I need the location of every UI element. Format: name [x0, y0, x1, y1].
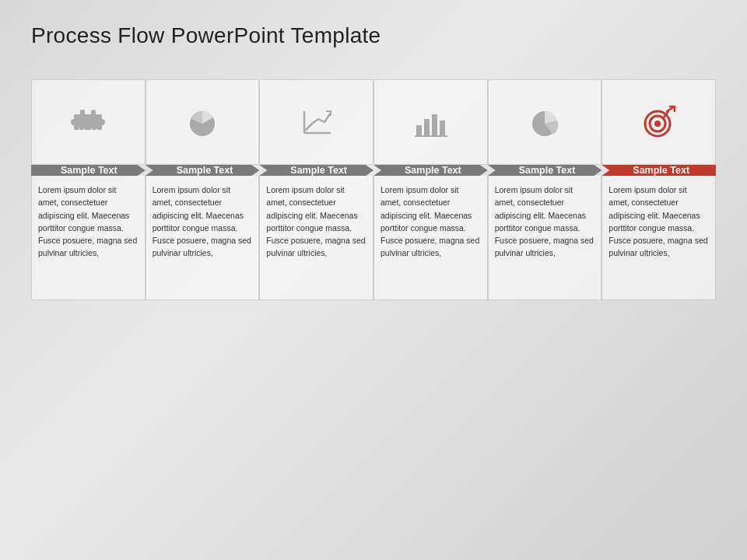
step-5-desc: Lorem ipsum dolor sit amet, consectetuer…	[488, 176, 602, 300]
step-4-label: Sample Text	[374, 165, 488, 176]
svg-rect-4	[424, 119, 430, 136]
step-3: Sample Text Lorem ipsum dolor sit amet, …	[259, 79, 374, 300]
svg-rect-3	[416, 125, 422, 136]
step-5: Sample Text Lorem ipsum dolor sit amet, …	[488, 79, 602, 300]
svg-rect-5	[432, 114, 437, 136]
step-6-card	[601, 79, 716, 165]
step-2-card	[146, 79, 260, 165]
flow-container: Sample Text Lorem ipsum dolor sit amet, …	[31, 79, 716, 300]
bar-chart-icon	[412, 99, 449, 145]
slide-title: Process Flow PowerPoint Template	[31, 23, 716, 48]
svg-rect-6	[440, 121, 445, 136]
step-1-label: Sample Text	[31, 165, 146, 176]
step-3-label: Sample Text	[259, 165, 374, 176]
step-6: Sample Text Lorem ipsum dolor sit amet, …	[601, 79, 716, 300]
target-icon	[640, 99, 678, 145]
step-3-desc: Lorem ipsum dolor sit amet, consectetuer…	[259, 176, 374, 300]
step-6-desc: Lorem ipsum dolor sit amet, consectetuer…	[601, 176, 716, 300]
slide: Process Flow PowerPoint Template Sample …	[0, 0, 747, 560]
step-5-card	[488, 79, 602, 165]
step-4-card	[374, 79, 488, 165]
pie-chart-2-icon	[526, 99, 563, 145]
step-1: Sample Text Lorem ipsum dolor sit amet, …	[31, 79, 146, 300]
step-6-label: Sample Text	[601, 165, 716, 176]
step-3-card	[259, 79, 374, 165]
step-2-desc: Lorem ipsum dolor sit amet, consectetuer…	[146, 176, 260, 300]
step-1-desc: Lorem ipsum dolor sit amet, consectetuer…	[31, 176, 146, 300]
step-4: Sample Text Lorem ipsum dolor sit amet, …	[374, 79, 488, 300]
step-4-desc: Lorem ipsum dolor sit amet, consectetuer…	[374, 176, 488, 300]
step-5-label: Sample Text	[488, 165, 602, 176]
step-1-card	[31, 79, 146, 165]
svg-point-11	[654, 121, 661, 127]
line-chart-icon	[298, 99, 335, 145]
puzzle-icon	[69, 99, 107, 145]
step-2: Sample Text Lorem ipsum dolor sit amet, …	[146, 79, 260, 300]
step-2-label: Sample Text	[146, 165, 260, 176]
pie-chart-icon	[184, 99, 221, 145]
